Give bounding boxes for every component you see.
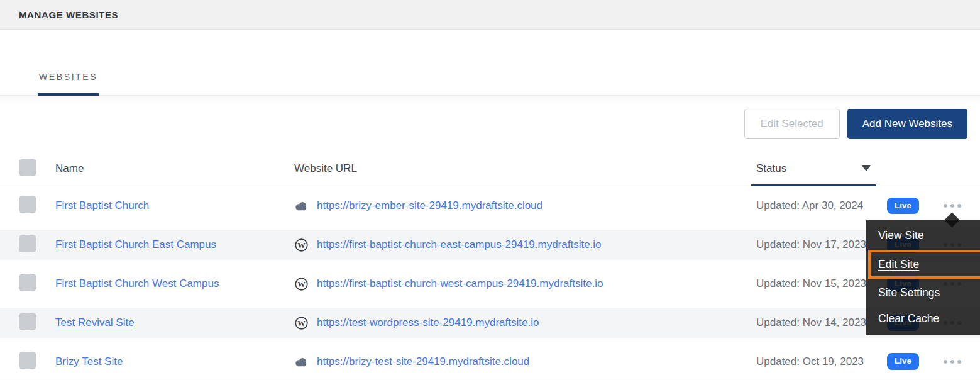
site-url-link[interactable]: https://first-baptist-church-east-campus… (317, 238, 602, 251)
row-checkbox[interactable] (19, 313, 36, 330)
row-context-menu: View Site Edit Site Site Settings Clear … (866, 220, 980, 335)
wordpress-icon: W (294, 316, 308, 330)
status-filter[interactable]: Status (751, 151, 876, 186)
status-badge: Live (887, 353, 919, 369)
column-header-status[interactable]: Status (756, 162, 786, 175)
actions-toolbar: Edit Selected Add New Websites (0, 96, 980, 151)
site-url-link[interactable]: https://first-baptist-church-west-campus… (317, 278, 603, 290)
site-url-link[interactable]: https://brizy-ember-site-29419.mydraftsi… (317, 199, 542, 212)
top-bar: MANAGE WEBSITES (0, 0, 980, 30)
status-filter-caret-icon[interactable] (862, 165, 871, 171)
tabs-bar: WEBSITES (0, 30, 980, 96)
site-url-link[interactable]: https://brizy-test-site-29419.mydraftsit… (317, 356, 529, 368)
table-row: First Baptist Church West Campus W https… (0, 264, 980, 303)
svg-text:W: W (297, 318, 306, 327)
row-actions-menu-button[interactable] (944, 200, 961, 211)
menu-item-site-settings[interactable]: Site Settings (866, 280, 980, 306)
menu-item-clear-cache[interactable]: Clear Cache (866, 306, 980, 332)
site-name-link[interactable]: Brizy Test Site (55, 356, 123, 367)
table-header: Name Website URL Status (0, 151, 980, 186)
site-url-link[interactable]: https://test-wordpress-site-29419.mydraf… (317, 317, 539, 329)
row-checkbox[interactable] (19, 235, 36, 252)
column-header-status-cell: Status (756, 151, 961, 186)
edit-selected-button[interactable]: Edit Selected (744, 109, 840, 139)
table-row: First Baptist Church East Campus W https… (0, 225, 980, 264)
table-row: First Baptist Church W https://brizy-emb… (0, 186, 980, 225)
svg-text:W: W (297, 279, 306, 288)
add-new-websites-button[interactable]: Add New Websites (847, 109, 967, 139)
column-header-name[interactable]: Name (55, 162, 294, 175)
cloud-icon (294, 199, 308, 213)
page-title: MANAGE WEBSITES (19, 9, 118, 20)
column-header-url[interactable]: Website URL (294, 162, 756, 175)
wordpress-icon: W (294, 238, 308, 252)
site-name-link[interactable]: Test Revival Site (55, 317, 135, 328)
table-row: Test Revival Site W https://test-wordpre… (0, 303, 980, 342)
menu-item-view-site[interactable]: View Site (866, 223, 980, 249)
status-badge: Live (887, 198, 919, 214)
site-name-link[interactable]: First Baptist Church (55, 199, 149, 211)
row-checkbox[interactable] (19, 274, 36, 291)
wordpress-icon: W (294, 277, 308, 291)
row-actions-menu-button[interactable] (944, 356, 961, 367)
svg-text:W: W (297, 240, 306, 249)
header-checkbox-cell (19, 159, 55, 179)
websites-table-body: First Baptist Church W https://brizy-emb… (0, 186, 980, 381)
site-name-link[interactable]: First Baptist Church East Campus (55, 238, 216, 250)
table-row: Brizy Test Site W https://brizy-test-sit… (0, 342, 980, 381)
updated-date: Updated: Oct 19, 2023 (756, 356, 887, 368)
updated-date: Updated: Apr 30, 2024 (756, 199, 887, 212)
menu-item-edit-site[interactable]: Edit Site (868, 250, 980, 279)
cloud-icon (294, 355, 308, 369)
site-name-link[interactable]: First Baptist Church West Campus (55, 278, 219, 289)
row-checkbox[interactable] (19, 196, 36, 213)
select-all-checkbox[interactable] (19, 159, 36, 176)
tab-websites[interactable]: WEBSITES (38, 72, 99, 96)
row-checkbox[interactable] (19, 352, 36, 369)
